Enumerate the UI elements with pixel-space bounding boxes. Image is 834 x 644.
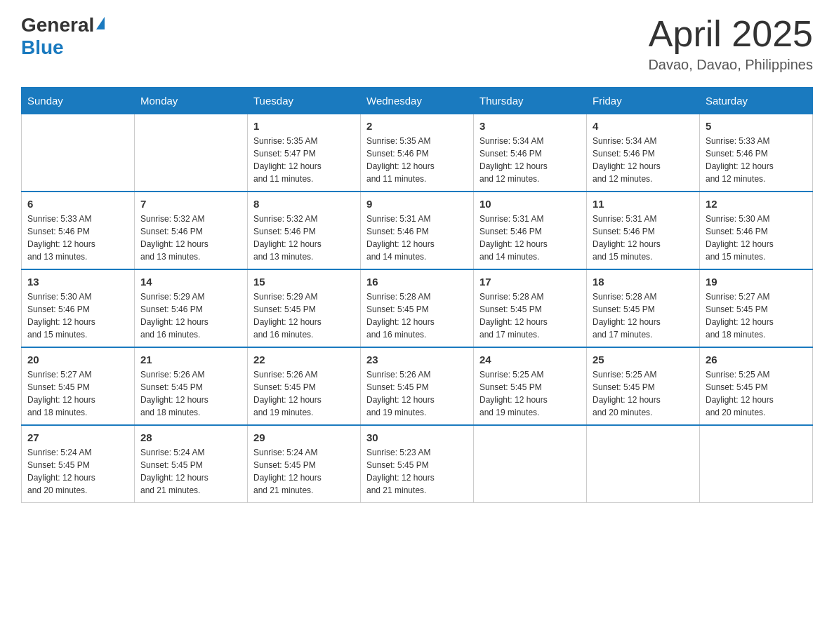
weekday-header-friday: Friday bbox=[587, 88, 700, 114]
day-info: Sunrise: 5:31 AM Sunset: 5:46 PM Dayligh… bbox=[479, 213, 581, 263]
calendar-cell bbox=[22, 114, 135, 192]
calendar-cell bbox=[587, 425, 700, 503]
day-info: Sunrise: 5:25 AM Sunset: 5:45 PM Dayligh… bbox=[706, 368, 807, 419]
day-info: Sunrise: 5:34 AM Sunset: 5:46 PM Dayligh… bbox=[479, 135, 581, 185]
day-info: Sunrise: 5:31 AM Sunset: 5:46 PM Dayligh… bbox=[366, 213, 468, 263]
calendar-cell: 26Sunrise: 5:25 AM Sunset: 5:45 PM Dayli… bbox=[700, 347, 813, 425]
week-row-3: 13Sunrise: 5:30 AM Sunset: 5:46 PM Dayli… bbox=[22, 269, 813, 347]
day-number: 11 bbox=[593, 198, 694, 210]
calendar-cell bbox=[474, 425, 587, 503]
calendar-cell: 6Sunrise: 5:33 AM Sunset: 5:46 PM Daylig… bbox=[22, 192, 135, 269]
day-number: 10 bbox=[479, 198, 581, 210]
day-number: 27 bbox=[27, 431, 128, 443]
calendar-cell: 22Sunrise: 5:26 AM Sunset: 5:45 PM Dayli… bbox=[248, 347, 361, 425]
calendar-cell: 4Sunrise: 5:34 AM Sunset: 5:46 PM Daylig… bbox=[587, 114, 700, 192]
weekday-header-row: SundayMondayTuesdayWednesdayThursdayFrid… bbox=[22, 88, 813, 114]
day-number: 30 bbox=[366, 431, 468, 443]
day-number: 3 bbox=[479, 120, 581, 132]
day-info: Sunrise: 5:25 AM Sunset: 5:45 PM Dayligh… bbox=[479, 368, 581, 419]
weekday-header-sunday: Sunday bbox=[22, 88, 135, 114]
day-info: Sunrise: 5:26 AM Sunset: 5:45 PM Dayligh… bbox=[140, 368, 241, 419]
calendar-table: SundayMondayTuesdayWednesdayThursdayFrid… bbox=[21, 87, 813, 503]
calendar-cell: 18Sunrise: 5:28 AM Sunset: 5:45 PM Dayli… bbox=[587, 269, 700, 347]
calendar-cell: 5Sunrise: 5:33 AM Sunset: 5:46 PM Daylig… bbox=[700, 114, 813, 192]
day-number: 12 bbox=[706, 198, 807, 210]
calendar-cell: 30Sunrise: 5:23 AM Sunset: 5:45 PM Dayli… bbox=[361, 425, 474, 503]
weekday-header-tuesday: Tuesday bbox=[248, 88, 361, 114]
calendar-cell: 10Sunrise: 5:31 AM Sunset: 5:46 PM Dayli… bbox=[474, 192, 587, 269]
calendar-cell: 19Sunrise: 5:27 AM Sunset: 5:45 PM Dayli… bbox=[700, 269, 813, 347]
day-info: Sunrise: 5:24 AM Sunset: 5:45 PM Dayligh… bbox=[140, 446, 241, 497]
day-number: 4 bbox=[593, 120, 694, 132]
day-info: Sunrise: 5:32 AM Sunset: 5:46 PM Dayligh… bbox=[253, 213, 355, 263]
calendar-cell: 23Sunrise: 5:26 AM Sunset: 5:45 PM Dayli… bbox=[361, 347, 474, 425]
title-area: April 2025 Davao, Davao, Philippines bbox=[648, 14, 813, 73]
day-info: Sunrise: 5:23 AM Sunset: 5:45 PM Dayligh… bbox=[366, 446, 468, 497]
day-number: 13 bbox=[27, 276, 128, 288]
day-info: Sunrise: 5:28 AM Sunset: 5:45 PM Dayligh… bbox=[479, 290, 581, 341]
day-number: 28 bbox=[140, 431, 241, 443]
day-number: 2 bbox=[366, 120, 468, 132]
day-number: 20 bbox=[27, 354, 128, 365]
day-number: 24 bbox=[479, 354, 581, 365]
day-info: Sunrise: 5:28 AM Sunset: 5:45 PM Dayligh… bbox=[593, 290, 694, 341]
calendar-cell: 8Sunrise: 5:32 AM Sunset: 5:46 PM Daylig… bbox=[248, 192, 361, 269]
location-subtitle: Davao, Davao, Philippines bbox=[648, 57, 813, 73]
day-number: 7 bbox=[140, 198, 241, 210]
day-number: 18 bbox=[593, 276, 694, 288]
day-number: 14 bbox=[140, 276, 241, 288]
week-row-4: 20Sunrise: 5:27 AM Sunset: 5:45 PM Dayli… bbox=[22, 347, 813, 425]
day-number: 1 bbox=[253, 120, 355, 132]
day-info: Sunrise: 5:28 AM Sunset: 5:45 PM Dayligh… bbox=[366, 290, 468, 341]
calendar-cell: 21Sunrise: 5:26 AM Sunset: 5:45 PM Dayli… bbox=[135, 347, 248, 425]
day-number: 19 bbox=[706, 276, 807, 288]
calendar-cell: 2Sunrise: 5:35 AM Sunset: 5:46 PM Daylig… bbox=[361, 114, 474, 192]
weekday-header-thursday: Thursday bbox=[474, 88, 587, 114]
logo-blue-text: Blue bbox=[21, 36, 105, 59]
day-info: Sunrise: 5:25 AM Sunset: 5:45 PM Dayligh… bbox=[593, 368, 694, 419]
day-number: 26 bbox=[706, 354, 807, 365]
calendar-cell: 28Sunrise: 5:24 AM Sunset: 5:45 PM Dayli… bbox=[135, 425, 248, 503]
day-number: 8 bbox=[253, 198, 355, 210]
weekday-header-wednesday: Wednesday bbox=[361, 88, 474, 114]
day-number: 17 bbox=[479, 276, 581, 288]
calendar-cell: 12Sunrise: 5:30 AM Sunset: 5:46 PM Dayli… bbox=[700, 192, 813, 269]
day-info: Sunrise: 5:27 AM Sunset: 5:45 PM Dayligh… bbox=[706, 290, 807, 341]
day-number: 21 bbox=[140, 354, 241, 365]
weekday-header-saturday: Saturday bbox=[700, 88, 813, 114]
calendar-cell: 1Sunrise: 5:35 AM Sunset: 5:47 PM Daylig… bbox=[248, 114, 361, 192]
day-number: 25 bbox=[593, 354, 694, 365]
day-info: Sunrise: 5:30 AM Sunset: 5:46 PM Dayligh… bbox=[706, 213, 807, 263]
day-number: 23 bbox=[366, 354, 468, 365]
day-info: Sunrise: 5:33 AM Sunset: 5:46 PM Dayligh… bbox=[706, 135, 807, 185]
day-info: Sunrise: 5:26 AM Sunset: 5:45 PM Dayligh… bbox=[253, 368, 355, 419]
day-info: Sunrise: 5:31 AM Sunset: 5:46 PM Dayligh… bbox=[593, 213, 694, 263]
day-info: Sunrise: 5:29 AM Sunset: 5:46 PM Dayligh… bbox=[140, 290, 241, 341]
day-number: 16 bbox=[366, 276, 468, 288]
day-number: 9 bbox=[366, 198, 468, 210]
logo: General Blue bbox=[21, 14, 105, 59]
calendar-cell: 15Sunrise: 5:29 AM Sunset: 5:45 PM Dayli… bbox=[248, 269, 361, 347]
day-info: Sunrise: 5:33 AM Sunset: 5:46 PM Dayligh… bbox=[27, 213, 128, 263]
week-row-5: 27Sunrise: 5:24 AM Sunset: 5:45 PM Dayli… bbox=[22, 425, 813, 503]
day-number: 6 bbox=[27, 198, 128, 210]
calendar-cell: 16Sunrise: 5:28 AM Sunset: 5:45 PM Dayli… bbox=[361, 269, 474, 347]
day-info: Sunrise: 5:26 AM Sunset: 5:45 PM Dayligh… bbox=[366, 368, 468, 419]
calendar-cell: 7Sunrise: 5:32 AM Sunset: 5:46 PM Daylig… bbox=[135, 192, 248, 269]
calendar-cell: 20Sunrise: 5:27 AM Sunset: 5:45 PM Dayli… bbox=[22, 347, 135, 425]
day-info: Sunrise: 5:24 AM Sunset: 5:45 PM Dayligh… bbox=[253, 446, 355, 497]
day-number: 15 bbox=[253, 276, 355, 288]
day-info: Sunrise: 5:30 AM Sunset: 5:46 PM Dayligh… bbox=[27, 290, 128, 341]
calendar-cell bbox=[135, 114, 248, 192]
calendar-cell: 27Sunrise: 5:24 AM Sunset: 5:45 PM Dayli… bbox=[22, 425, 135, 503]
week-row-2: 6Sunrise: 5:33 AM Sunset: 5:46 PM Daylig… bbox=[22, 192, 813, 269]
day-number: 29 bbox=[253, 431, 355, 443]
day-info: Sunrise: 5:35 AM Sunset: 5:47 PM Dayligh… bbox=[253, 135, 355, 185]
logo-general-text: General bbox=[21, 14, 94, 36]
calendar-cell: 11Sunrise: 5:31 AM Sunset: 5:46 PM Dayli… bbox=[587, 192, 700, 269]
day-info: Sunrise: 5:34 AM Sunset: 5:46 PM Dayligh… bbox=[593, 135, 694, 185]
calendar-cell: 3Sunrise: 5:34 AM Sunset: 5:46 PM Daylig… bbox=[474, 114, 587, 192]
day-number: 22 bbox=[253, 354, 355, 365]
day-info: Sunrise: 5:27 AM Sunset: 5:45 PM Dayligh… bbox=[27, 368, 128, 419]
day-info: Sunrise: 5:24 AM Sunset: 5:45 PM Dayligh… bbox=[27, 446, 128, 497]
